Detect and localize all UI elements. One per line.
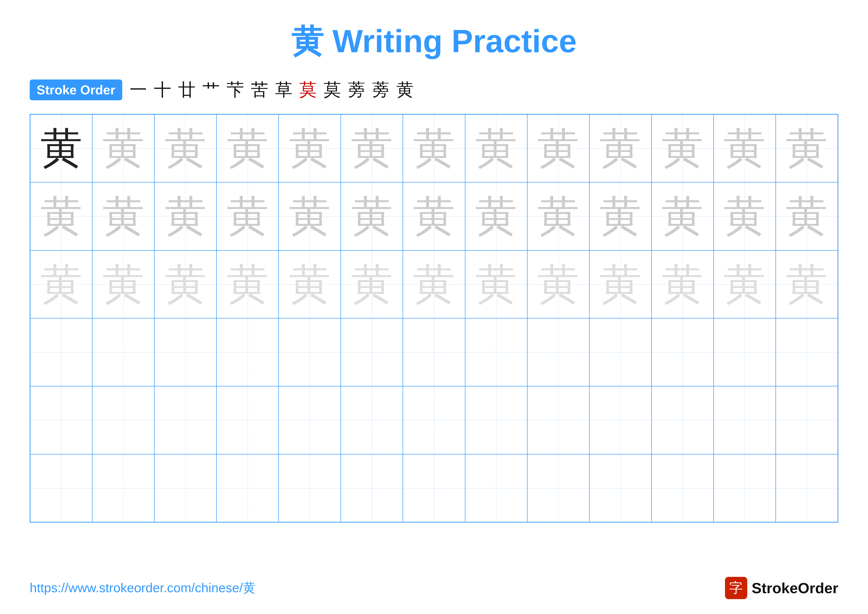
- grid-cell[interactable]: [30, 454, 92, 522]
- grid-cell[interactable]: [217, 318, 279, 386]
- grid-cell[interactable]: [217, 454, 279, 522]
- practice-grid: 黄黄黄黄黄黄黄黄黄黄黄黄黄黄黄黄黄黄黄黄黄黄黄黄黄黄黄黄黄黄黄黄黄黄黄黄黄黄黄: [30, 114, 838, 522]
- grid-cell[interactable]: [527, 454, 589, 522]
- grid-cell[interactable]: [714, 386, 776, 454]
- grid-cell[interactable]: [589, 454, 651, 522]
- grid-cell[interactable]: 黄: [217, 114, 279, 182]
- grid-cell[interactable]: [776, 386, 838, 454]
- grid-cell[interactable]: 黄: [776, 250, 838, 318]
- grid-cell[interactable]: 黄: [154, 250, 217, 318]
- grid-cell[interactable]: 黄: [341, 250, 403, 318]
- practice-character: 黄: [786, 127, 828, 169]
- grid-cell[interactable]: [776, 454, 838, 522]
- practice-character: 黄: [351, 127, 393, 169]
- grid-cell[interactable]: 黄: [154, 114, 217, 182]
- grid-cell[interactable]: 黄: [279, 182, 341, 250]
- practice-character: 黄: [102, 263, 144, 305]
- grid-cell[interactable]: 黄: [714, 182, 776, 250]
- grid-cell[interactable]: [279, 454, 341, 522]
- grid-cell[interactable]: [589, 386, 651, 454]
- grid-cell[interactable]: [651, 386, 714, 454]
- grid-cell[interactable]: [651, 454, 714, 522]
- grid-cell[interactable]: [154, 386, 217, 454]
- grid-cell[interactable]: 黄: [776, 182, 838, 250]
- grid-cell[interactable]: [465, 454, 527, 522]
- grid-cell[interactable]: 黄: [30, 182, 92, 250]
- grid-cell[interactable]: 黄: [714, 250, 776, 318]
- grid-cell[interactable]: 黄: [651, 182, 714, 250]
- grid-cell[interactable]: 黄: [589, 250, 651, 318]
- grid-cell[interactable]: [527, 386, 589, 454]
- grid-cell[interactable]: [341, 318, 403, 386]
- practice-character: 黄: [475, 195, 517, 237]
- grid-cell[interactable]: [279, 318, 341, 386]
- practice-character: 黄: [599, 127, 641, 169]
- grid-cell[interactable]: 黄: [217, 250, 279, 318]
- grid-cell[interactable]: 黄: [279, 114, 341, 182]
- grid-cell[interactable]: [30, 318, 92, 386]
- grid-cell[interactable]: 黄: [279, 250, 341, 318]
- stroke-step: 草: [275, 78, 293, 101]
- grid-cell[interactable]: [776, 318, 838, 386]
- grid-cell[interactable]: [527, 318, 589, 386]
- grid-cell[interactable]: 黄: [776, 114, 838, 182]
- page-title: 黄 Writing Practice: [30, 20, 838, 64]
- practice-character: 黄: [475, 263, 517, 305]
- grid-cell[interactable]: [465, 318, 527, 386]
- grid-cell[interactable]: [403, 386, 465, 454]
- grid-cell[interactable]: 黄: [651, 250, 714, 318]
- grid-cell[interactable]: 黄: [465, 182, 527, 250]
- grid-cell[interactable]: [92, 454, 154, 522]
- grid-cell[interactable]: [217, 386, 279, 454]
- grid-cell[interactable]: [651, 318, 714, 386]
- practice-character: 黄: [537, 263, 579, 305]
- practice-character: 黄: [724, 127, 766, 169]
- grid-cell[interactable]: [341, 454, 403, 522]
- stroke-order-badge: Stroke Order: [30, 79, 122, 100]
- page: 黄 Writing Practice Stroke Order 一十廿艹芐苦草莫…: [0, 0, 868, 614]
- grid-cell[interactable]: 黄: [341, 182, 403, 250]
- grid-cell[interactable]: [92, 386, 154, 454]
- grid-cell[interactable]: [714, 454, 776, 522]
- grid-cell[interactable]: 黄: [403, 182, 465, 250]
- grid-cell[interactable]: 黄: [30, 114, 92, 182]
- stroke-step: 黄: [397, 78, 414, 101]
- practice-character: 黄: [413, 263, 455, 305]
- practice-character: 黄: [599, 195, 641, 237]
- practice-character: 黄: [227, 263, 269, 305]
- practice-character: 黄: [351, 195, 393, 237]
- grid-cell[interactable]: 黄: [403, 114, 465, 182]
- footer-url[interactable]: https://www.strokeorder.com/chinese/黄: [30, 579, 256, 597]
- grid-cell[interactable]: 黄: [714, 114, 776, 182]
- grid-cell[interactable]: 黄: [589, 114, 651, 182]
- grid-cell[interactable]: [92, 318, 154, 386]
- grid-cell[interactable]: [403, 454, 465, 522]
- grid-cell[interactable]: 黄: [30, 250, 92, 318]
- grid-cell[interactable]: 黄: [92, 182, 154, 250]
- grid-cell[interactable]: 黄: [465, 250, 527, 318]
- grid-cell[interactable]: 黄: [589, 182, 651, 250]
- practice-character: 黄: [351, 263, 393, 305]
- grid-cell[interactable]: 黄: [154, 182, 217, 250]
- grid-cell[interactable]: [589, 318, 651, 386]
- grid-cell[interactable]: 黄: [527, 182, 589, 250]
- grid-cell[interactable]: [30, 386, 92, 454]
- grid-cell[interactable]: 黄: [217, 182, 279, 250]
- grid-cell[interactable]: [714, 318, 776, 386]
- grid-cell[interactable]: [465, 386, 527, 454]
- grid-cell[interactable]: 黄: [527, 114, 589, 182]
- grid-cell[interactable]: [403, 318, 465, 386]
- grid-cell[interactable]: 黄: [527, 250, 589, 318]
- grid-cell[interactable]: 黄: [403, 250, 465, 318]
- grid-cell[interactable]: 黄: [465, 114, 527, 182]
- grid-cell[interactable]: 黄: [341, 114, 403, 182]
- stroke-step: 莫: [324, 78, 341, 101]
- grid-cell[interactable]: 黄: [92, 114, 154, 182]
- grid-cell[interactable]: [154, 318, 217, 386]
- grid-cell[interactable]: [279, 386, 341, 454]
- grid-cell[interactable]: [341, 386, 403, 454]
- grid-cell[interactable]: 黄: [651, 114, 714, 182]
- grid-cell[interactable]: [154, 454, 217, 522]
- practice-character: 黄: [164, 127, 207, 169]
- grid-cell[interactable]: 黄: [92, 250, 154, 318]
